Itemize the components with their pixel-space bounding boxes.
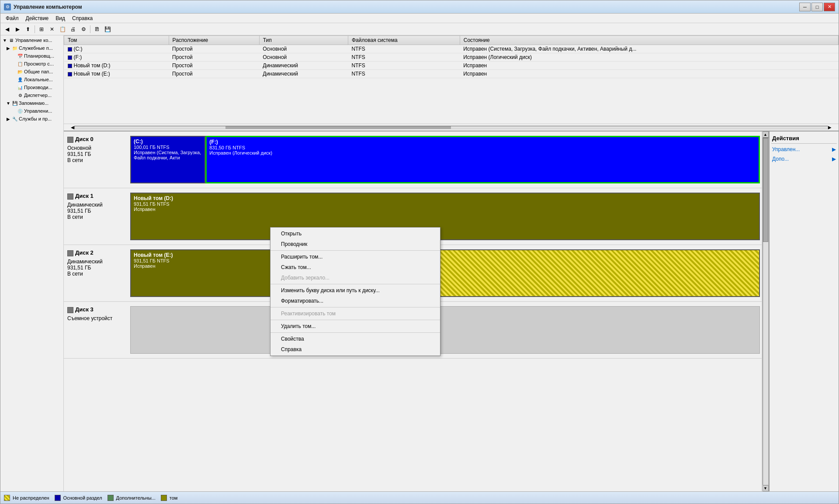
cell-tip: Основной: [259, 45, 348, 53]
expand-icon[interactable]: ▼: [2, 38, 7, 43]
sidebar-item-disk-mgmt[interactable]: 💿 Управлени...: [0, 107, 63, 115]
toolbar-help[interactable]: 🖨: [68, 24, 78, 34]
sidebar-item-label: Службы и пр...: [19, 116, 52, 121]
context-menu-item[interactable]: Изменить букву диска или путь к диску...: [270, 285, 440, 296]
title-bar: ⚙ Управление компьютером ─ □ ✕: [0, 0, 839, 14]
disk-info: Диск 0Основной931,51 ГБВ сети: [64, 133, 128, 186]
sidebar-item-local-users[interactable]: 👤 Локальные...: [0, 76, 63, 83]
sidebar-item-performance[interactable]: 📊 Производи...: [0, 83, 63, 91]
cell-fs: NTFS: [348, 62, 460, 70]
disk-icon: [67, 307, 73, 313]
cell-rasp: Простой: [169, 62, 259, 70]
col-fs[interactable]: Файловая система: [348, 36, 460, 45]
actions-title: Действия: [771, 133, 837, 144]
scroll-thumb[interactable]: [225, 126, 451, 129]
cell-rasp: Простой: [169, 45, 259, 53]
minimize-button[interactable]: ─: [799, 3, 811, 11]
cell-status: Исправен (Система, Загрузка, Файл подкач…: [460, 45, 838, 53]
sidebar-item-device-mgr[interactable]: ⚙ Диспетчер...: [0, 91, 63, 99]
partition-block[interactable]: (F:)831,50 ГБ NTFSИсправен (Логический д…: [205, 136, 760, 183]
disk-partitions: [130, 306, 760, 354]
chart-icon: 📊: [17, 84, 23, 90]
expand-icon[interactable]: ▼: [6, 100, 11, 106]
table-row[interactable]: (F:) Простой Основной NTFS Исправен (Лог…: [64, 53, 839, 62]
sidebar-item-scheduler[interactable]: 📅 Планировщ...: [0, 52, 63, 60]
toolbar-settings[interactable]: ⚙: [79, 24, 88, 34]
table-row[interactable]: (C:) Простой Основной NTFS Исправен (Сис…: [64, 45, 839, 53]
col-status[interactable]: Состояние: [460, 36, 838, 45]
legend-primary: Основной раздел: [55, 495, 102, 501]
context-menu-item[interactable]: Сжать том...: [270, 262, 440, 273]
menu-help[interactable]: Справка: [69, 14, 96, 22]
context-menu-item[interactable]: Свойства: [270, 334, 440, 344]
disk-size: 931,51 ГБ: [67, 151, 125, 157]
right-panel: Том Расположение Тип Файловая система Со…: [64, 35, 839, 491]
context-menu-item[interactable]: Проводник: [270, 239, 440, 249]
disk-icon: [67, 193, 73, 200]
scroll-track[interactable]: [763, 138, 769, 485]
expand-icon[interactable]: ▶: [6, 45, 11, 51]
sidebar-item-folders[interactable]: 📂 Общие пап...: [0, 68, 63, 76]
partition-size: 831,50 ГБ NTFS: [209, 145, 756, 150]
context-menu-item[interactable]: Открыть: [270, 228, 440, 239]
cell-tom: (C:): [64, 45, 169, 53]
maximize-button[interactable]: □: [811, 3, 823, 11]
scroll-down-arrow[interactable]: ▼: [763, 485, 769, 491]
table-row[interactable]: Новый том (E:) Простой Динамический NTFS…: [64, 70, 839, 78]
disk-name-label: Диск 3: [75, 306, 94, 313]
action-group-more[interactable]: Допо... ▶: [771, 155, 837, 163]
toolbar-forward[interactable]: ▶: [13, 24, 22, 34]
disk-icon: [67, 137, 73, 143]
services-icon: 🔧: [12, 116, 18, 122]
scroll-right-arrow[interactable]: ▶: [828, 125, 832, 130]
disk-info: Диск 1Динамический931,51 ГБВ сети: [64, 190, 128, 243]
expand-icon: [11, 61, 16, 66]
toolbar-delete[interactable]: ✕: [47, 24, 57, 34]
menu-view[interactable]: Вид: [52, 14, 69, 22]
window-title: Управление компьютером: [14, 4, 799, 10]
sidebar-item-services[interactable]: ▶ 🔧 Службы и пр...: [0, 115, 63, 123]
scroll-thumb[interactable]: [763, 138, 768, 242]
shared-folder-icon: 📂: [17, 69, 23, 75]
context-menu-item[interactable]: Расширить том...: [270, 252, 440, 262]
menu-action[interactable]: Действие: [22, 14, 52, 22]
menu-file[interactable]: Файл: [2, 14, 22, 22]
close-button[interactable]: ✕: [824, 3, 835, 11]
scroll-up-arrow[interactable]: ▲: [763, 131, 769, 138]
action-group-more-label: Допо...: [772, 156, 789, 162]
context-menu-item[interactable]: Удалить том...: [270, 321, 440, 331]
sidebar-item-utilities[interactable]: ▶ 📁 Служебные п...: [0, 44, 63, 52]
expand-icon[interactable]: ▶: [6, 116, 11, 121]
toolbar-back[interactable]: ◀: [2, 24, 12, 34]
scroll-left-arrow[interactable]: ◀: [71, 125, 74, 130]
toolbar-sep1: [35, 25, 35, 33]
legend-dynamic-box: [161, 495, 167, 501]
toolbar-show[interactable]: ⊞: [37, 24, 46, 34]
action-group-more-arrow: ▶: [832, 156, 836, 162]
cell-rasp: Простой: [169, 53, 259, 62]
col-tom[interactable]: Том: [64, 36, 169, 45]
context-menu-item[interactable]: Справка: [270, 344, 440, 355]
toolbar-up[interactable]: ⬆: [23, 24, 33, 34]
sidebar-item-label: Служебные п...: [19, 45, 53, 51]
action-group-manage[interactable]: Управлен... ▶: [771, 145, 837, 153]
partition-block[interactable]: (C:)100,01 ГБ NTFSИсправен (Система, Заг…: [130, 136, 205, 183]
cell-tip: Динамический: [259, 62, 348, 70]
h-scrollbar[interactable]: ◀ ▶: [64, 124, 839, 131]
disk-info: Диск 3Съемное устройст: [64, 304, 128, 356]
col-tip[interactable]: Тип: [259, 36, 348, 45]
table-row[interactable]: Новый том (D:) Простой Динамический NTFS…: [64, 62, 839, 70]
toolbar-extra2[interactable]: 💾: [103, 24, 112, 34]
col-rasp[interactable]: Расположение: [169, 36, 259, 45]
scroll-track[interactable]: [74, 126, 828, 129]
toolbar-props[interactable]: 📋: [58, 24, 67, 34]
partition-label: Новый том (D:): [134, 195, 756, 201]
context-menu-item[interactable]: Форматировать...: [270, 296, 440, 306]
disk-partitions: Новый том (E:)931,51 ГБ NTFSИсправен: [130, 249, 760, 297]
sidebar-item-storage[interactable]: ▼ 💾 Запоминаю...: [0, 99, 63, 107]
partition-block[interactable]: Новый том (D:)931,51 ГБ NTFSИсправен: [130, 193, 760, 240]
toolbar-extra1[interactable]: 🖹: [92, 24, 102, 34]
disk-name-label: Диск 2: [75, 249, 94, 256]
sidebar-item-root[interactable]: ▼ 🖥 Управление ко...: [0, 36, 63, 44]
sidebar-item-viewer[interactable]: 📋 Просмотр с...: [0, 60, 63, 68]
